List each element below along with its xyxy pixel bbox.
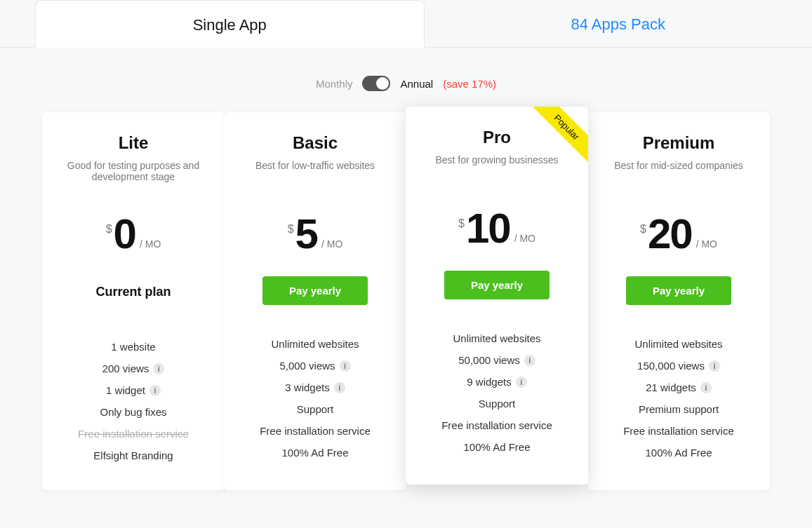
plan-feature: 1 widgeti [58,379,209,401]
info-icon[interactable]: i [149,385,161,396]
plan-card-basic: BasicBest for low-traffic websites$5/ MO… [224,112,406,490]
plan-feature-text: 21 widgets [646,381,696,393]
price-amount: 20 [648,213,692,255]
plan-feature-text: Support [479,398,516,409]
plan-feature-text: 1 website [111,341,155,353]
pricing-plans: LiteGood for testing purposes and develo… [0,112,812,490]
plan-feature: 150,000 viewsi [603,355,754,377]
info-icon[interactable]: i [516,377,527,388]
plan-feature-text: 50,000 views [458,354,520,366]
plan-feature: Unlimited websites [239,333,391,355]
plan-name: Lite [58,133,209,153]
current-plan-label: Current plan [95,276,171,308]
price-currency: $ [458,217,465,230]
plan-feature-text: 100% Ad Free [463,441,530,453]
plan-feature: 3 widgetsi [239,377,391,398]
plan-feature-text: Free installation service [78,428,189,440]
plan-feature-text: Premium support [639,403,719,415]
info-icon[interactable]: i [153,363,164,374]
plan-feature: Free installation service [58,423,209,445]
price-period: / MO [514,233,535,244]
pricing-tabs: Single App 84 Apps Pack [0,0,812,48]
plan-price: $0/ MO [58,213,209,255]
plan-feature: 200 viewsi [58,358,209,379]
plan-feature-list: 1 website200 viewsi1 widgetiOnly bug fix… [58,336,209,466]
plan-feature: Premium support [603,398,754,420]
plan-feature-text: 5,000 views [279,360,335,372]
price-currency: $ [640,223,646,236]
plan-price: $10/ MO [421,208,573,250]
pay-yearly-button[interactable]: Pay yearly [444,271,550,299]
plan-feature-text: Free installation service [441,419,552,431]
plan-feature: Support [239,398,391,420]
billing-switch-knob [376,77,389,90]
info-icon[interactable]: i [340,360,351,372]
price-period: / MO [696,238,717,250]
plan-price: $5/ MO [239,213,391,255]
info-icon[interactable]: i [700,382,712,393]
plan-card-pro: PopularProBest for growing businesses$10… [406,107,588,485]
plan-feature-list: Unlimited websites150,000 viewsi21 widge… [603,333,754,463]
plan-feature: Unlimited websites [603,333,754,355]
plan-card-lite: LiteGood for testing purposes and develo… [42,112,225,490]
price-amount: 5 [295,213,317,255]
plan-tagline: Best for mid-sized companies [603,160,754,185]
plan-feature-text: 100% Ad Free [281,447,348,459]
plan-feature-text: 1 widget [106,384,145,396]
plan-feature-text: Unlimited websites [271,338,359,350]
plan-feature: 100% Ad Free [239,442,391,463]
plan-feature-text: Unlimited websites [634,338,722,350]
plan-price: $20/ MO [603,213,754,255]
tab-apps-pack[interactable]: 84 Apps Pack [425,0,813,47]
price-period: / MO [140,238,161,250]
plan-name: Pro [421,128,573,147]
plan-name: Premium [603,133,754,153]
price-currency: $ [106,223,112,236]
plan-feature-text: Elfsight Branding [93,449,173,461]
plan-feature: Elfsight Branding [58,445,209,466]
plan-feature: 1 website [58,336,209,358]
plan-feature-text: 150,000 views [637,360,705,372]
plan-name: Basic [239,133,391,153]
plan-feature: Support [421,393,573,414]
info-icon[interactable]: i [334,382,345,393]
tab-single-app[interactable]: Single App [35,0,425,48]
plan-feature-text: 9 widgets [467,376,511,388]
plan-feature-text: Only bug fixes [100,406,166,418]
pay-yearly-button[interactable]: Pay yearly [626,276,731,305]
plan-feature-text: Free installation service [623,425,734,437]
plan-feature-text: Free installation service [260,425,371,437]
info-icon[interactable]: i [524,355,535,366]
tab-single-app-label: Single App [193,16,267,34]
plan-feature-text: 100% Ad Free [645,447,712,459]
plan-feature: Unlimited websites [421,327,573,349]
billing-annual-label[interactable]: Annual [400,78,433,90]
plan-feature-text: 3 widgets [285,381,329,393]
billing-save-label: (save 17%) [443,78,496,90]
plan-feature: 21 widgetsi [603,377,754,398]
plan-feature: Only bug fixes [58,401,209,423]
plan-feature: Free installation service [421,414,573,436]
billing-monthly-label[interactable]: Monthly [316,78,353,90]
billing-toggle-row: Monthly Annual (save 17%) [0,76,812,91]
plan-tagline: Best for low-traffic websites [239,160,391,185]
plan-tagline: Good for testing purposes and developmen… [58,160,209,185]
price-amount: 0 [114,213,135,255]
plan-feature-list: Unlimited websites5,000 viewsi3 widgetsi… [239,333,391,463]
plan-feature: 5,000 viewsi [239,355,391,377]
plan-feature-text: 200 views [102,363,149,374]
plan-feature-text: Unlimited websites [453,332,540,344]
price-currency: $ [288,223,294,236]
plan-feature: Free installation service [603,420,754,442]
plan-feature: 100% Ad Free [421,436,573,458]
price-amount: 10 [466,208,510,250]
billing-switch[interactable] [362,76,390,91]
plan-feature-text: Support [297,403,334,415]
tab-apps-pack-label: 84 Apps Pack [571,15,665,33]
plan-feature: 9 widgetsi [421,371,573,393]
pay-yearly-button[interactable]: Pay yearly [262,276,368,305]
info-icon[interactable]: i [709,360,720,372]
plan-feature: 100% Ad Free [603,442,754,463]
price-period: / MO [321,238,342,250]
plan-card-premium: PremiumBest for mid-sized companies$20/ … [587,112,770,490]
